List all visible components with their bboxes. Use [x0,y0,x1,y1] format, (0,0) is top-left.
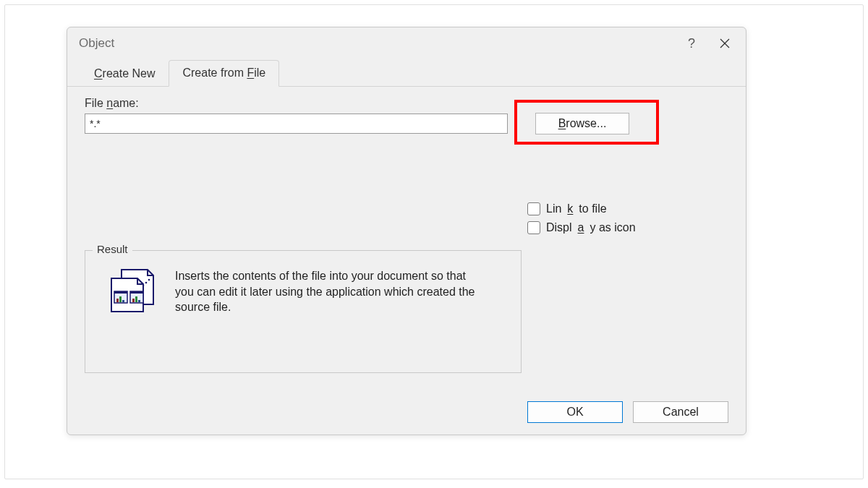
filename-input[interactable] [85,114,508,134]
dialog-footer: OK Cancel [527,401,728,423]
checkbox-icon [527,202,540,215]
result-groupbox: Result [85,250,522,373]
svg-rect-9 [116,299,119,302]
link-to-file-checkbox[interactable]: Link to file [527,202,636,215]
dialog-body: File name: Browse... Link to file Displa… [67,87,746,134]
ok-button[interactable]: OK [527,401,623,423]
filename-row: Browse... [85,113,728,134]
object-dialog: Object ? Create New Create from File Fil… [67,27,746,435]
dialog-titlebar: Object ? [67,27,746,59]
help-icon: ? [688,36,695,51]
svg-point-3 [148,279,150,281]
tab-create-new[interactable]: Create New [80,61,169,87]
browse-button[interactable]: Browse... [535,113,629,134]
filename-label: File name: [85,97,728,110]
embedded-object-icon [106,268,162,313]
svg-rect-8 [114,291,127,294]
close-button[interactable] [708,30,741,56]
cancel-button[interactable]: Cancel [633,401,728,423]
svg-rect-15 [135,296,137,302]
result-description: Inserts the contents of the file into yo… [175,268,486,315]
svg-rect-14 [132,299,135,302]
svg-rect-11 [122,300,124,302]
svg-rect-13 [130,291,143,294]
app-canvas: Object ? Create New Create from File Fil… [4,4,864,479]
svg-rect-10 [119,296,122,302]
help-button[interactable]: ? [675,30,708,56]
result-legend: Result [93,243,132,255]
options-group: Link to file Display as icon [527,202,636,234]
svg-point-4 [145,282,148,284]
tab-create-from-file[interactable]: Create from File [169,60,279,87]
checkbox-icon [527,221,540,234]
tab-strip: Create New Create from File [67,59,746,87]
dialog-title: Object [79,36,675,51]
display-as-icon-checkbox[interactable]: Display as icon [527,221,636,234]
close-icon [720,38,730,48]
svg-rect-16 [138,300,140,302]
